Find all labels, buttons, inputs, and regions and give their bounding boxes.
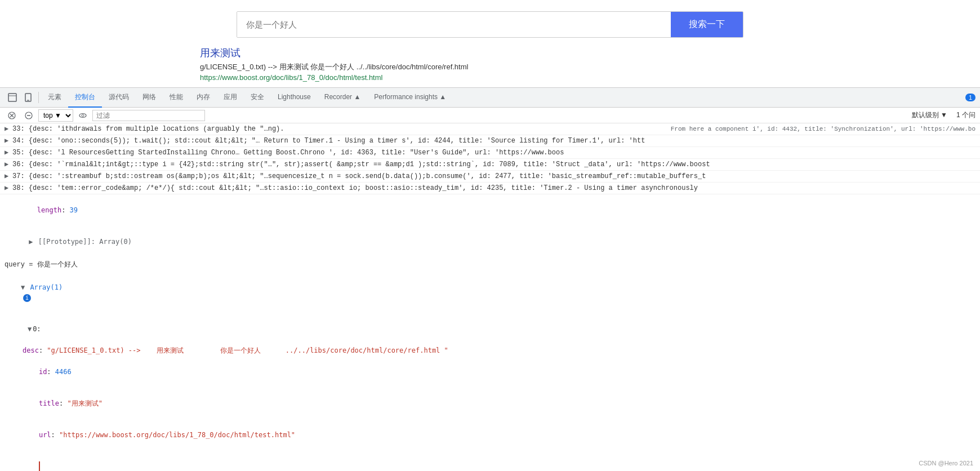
desc-line: desc: "g/LICENSE_1_0.txt) --> 用来测试 你是一个好… [0,345,980,356]
devtools-tab-源代码[interactable]: 源代码 [102,87,136,108]
weight-highlight-box: weight: 4 [23,461,83,471]
title-colon: : [59,399,67,407]
expand-arrow-line34[interactable]: ▶ [5,136,11,146]
array0-line: ▼0: [0,313,980,345]
console-line-line38: ▶38: {desc: 'tem::error_code&amp; /*e*/)… [0,183,980,194]
console-lines-container: ▶33: {desc: 'ithdrawals from multiple lo… [0,123,980,194]
search-input[interactable] [237,12,671,37]
notification-badge: 1 [965,94,975,101]
expand-arrow-line35[interactable]: ▶ [5,148,11,158]
result-title[interactable]: 用来测试 [200,46,980,60]
console-line-line34: ▶34: {desc: 'ono::seconds(5)); t.wait();… [0,135,980,147]
array1-line: ▼ Array(1) i [0,272,980,313]
url-key: url [39,431,51,439]
devtools-tab-控制台[interactable]: 控制台 [68,87,102,108]
console-line-content-line35: 35: {desc: 'l ResourcesGetting StartedIn… [12,148,975,158]
prototype-line-1: ▶ [[Prototype]]: Array(0) [0,226,980,257]
console-line-content-line37: 37: {desc: ':streambuf b;std::ostream os… [12,171,975,181]
console-toolbar-right: 默认级别 ▼ 1 个问 [912,110,975,120]
svg-rect-0 [8,94,16,101]
context-selector[interactable]: top ▼ [38,109,73,122]
search-button[interactable]: 搜索一下 [671,12,743,37]
title-line: title: "用来测试" [0,388,980,419]
desc-value: "g/LICENSE_1_0.txt) --> 用来测试 你是一个好人 ../.… [47,346,448,354]
length-value: 39 [70,206,78,214]
query-label: query = 你是一个好人 [5,261,78,269]
prototype-text-1: [[Prototype]]: Array(0) [38,238,132,246]
console-toolbar: top ▼ 默认级别 ▼ 1 个问 [0,108,980,123]
search-area: 搜索一下 [0,0,980,46]
console-line-line35: ▶35: {desc: 'l ResourcesGetting StartedI… [0,147,980,159]
expand-arrow-line33[interactable]: ▶ [5,124,11,134]
console-output: ▶33: {desc: 'ithdrawals from multiple lo… [0,123,980,471]
url-line: url: "https://www.boost.org/doc/libs/1_7… [0,419,980,451]
console-line-right-line33: From here a component i', id: 4432, titl… [671,124,975,134]
devtools-tab-网络[interactable]: 网络 [136,87,163,108]
toolbar-separator-1 [38,92,39,103]
devtools-tab-应用[interactable]: 应用 [217,87,244,108]
id-line: id: 4466 [0,356,980,388]
level-selector[interactable]: 默认级别 ▼ [912,110,947,120]
devtools-tab-元素[interactable]: 元素 [41,87,68,108]
desc-colon: : [39,346,47,354]
id-value: 4466 [55,368,72,376]
info-icon: i [23,294,31,302]
devtools-tab-Recorder-▲[interactable]: Recorder ▲ [318,87,368,108]
expand-arrow-line38[interactable]: ▶ [5,183,11,193]
console-line-line36: ▶36: {desc: '`rminal&lt;int&gt;::type i … [0,159,980,171]
array1-label: Array(1) [30,283,63,291]
console-line-content-line34: 34: {desc: 'ono::seconds(5)); t.wait(); … [12,136,975,146]
expand-arrow-0[interactable]: ▼ [28,325,32,333]
eye-icon[interactable] [75,109,90,122]
devtools-tab-安全[interactable]: 安全 [244,87,271,108]
console-clear-icon[interactable] [5,109,19,122]
weight-line: weight: 4 [0,451,980,471]
title-value: "用来测试" [67,399,102,407]
devtools-tabs: 元素控制台源代码网络性能内存应用安全LighthouseRecorder ▲Pe… [41,87,453,108]
expand-arrow-array1[interactable]: ▼ [21,283,25,291]
console-line-content-line33: 33: {desc: 'ithdrawals from multiple loc… [12,124,666,134]
desc-key: desc [23,346,39,354]
expand-arrow-line36[interactable]: ▶ [5,159,11,170]
devtools-tab-性能[interactable]: 性能 [163,87,190,108]
devtools-tab-Performance-insights-▲[interactable]: Performance insights ▲ [367,87,453,108]
url-value: "https://www.boost.org/doc/libs/1_78_0/d… [59,431,295,439]
search-result-area: 用来测试 g/LICENSE_1_0.txt) --> 用来测试 你是一个好人 … [0,46,980,87]
console-line-line33: ▶33: {desc: 'ithdrawals from multiple lo… [0,123,980,135]
expand-arrow-line37[interactable]: ▶ [5,171,11,181]
length-key: length [37,206,61,214]
console-line-content-line36: 36: {desc: '`rminal&lt;int&gt;::type i =… [12,159,975,170]
console-line-line37: ▶37: {desc: ':streambuf b;std::ostream o… [0,171,980,183]
title-key: title [39,399,59,407]
devtools-inspect-icon[interactable] [5,91,20,104]
console-line-content-line38: 38: {desc: 'tem::error_code&amp; /*e*/){… [12,183,975,193]
array0-label: 0: [33,325,41,333]
devtools-toolbar: 元素控制台源代码网络性能内存应用安全LighthouseRecorder ▲Pe… [0,87,980,108]
toolbar-right: 1 [965,94,975,101]
result-desc: g/LICENSE_1_0.txt) --> 用来测试 你是一个好人 ../..… [200,62,980,72]
search-box: 搜索一下 [237,11,743,38]
devtools-tab-内存[interactable]: 内存 [190,87,217,108]
length-colon: : [61,206,69,214]
devtools-tab-Lighthouse[interactable]: Lighthouse [271,87,318,108]
id-key: id [39,368,47,376]
devtools-device-icon[interactable] [20,91,36,104]
url-colon: : [51,431,59,439]
svg-point-10 [82,114,84,117]
id-colon: : [47,368,55,376]
filter-input[interactable] [92,110,205,121]
query-line: query = 你是一个好人 [0,257,980,272]
length-line: length: 39 [0,194,980,226]
console-stop-icon[interactable] [21,109,36,122]
result-url: https://www.boost.org/doc/libs/1_78_0/do… [200,73,980,82]
issues-label: 1 个问 [956,110,975,120]
expand-arrow-1[interactable]: ▶ [29,238,33,246]
footer: CSDN @Hero 2021 [919,460,973,466]
